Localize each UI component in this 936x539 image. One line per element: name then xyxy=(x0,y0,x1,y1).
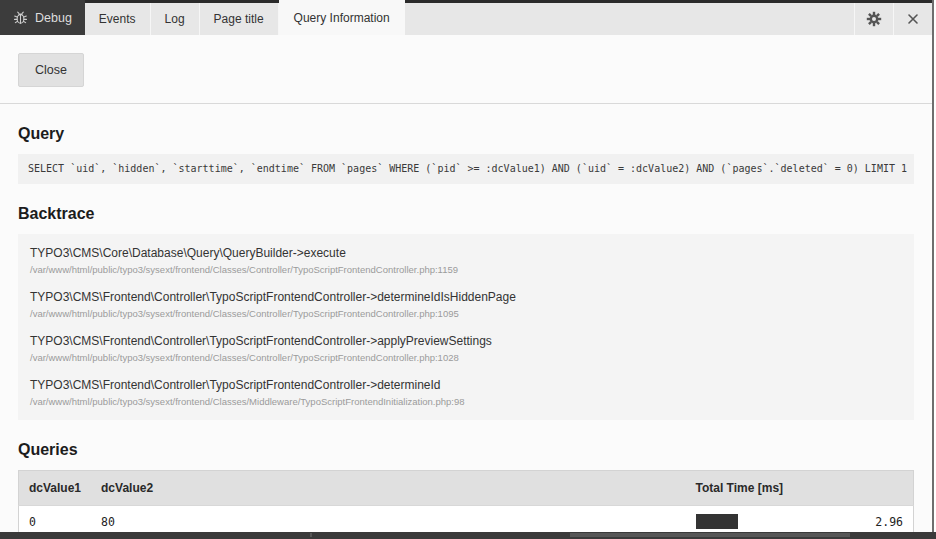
bug-icon xyxy=(13,10,28,25)
tab-page-title[interactable]: Page title xyxy=(200,3,279,35)
tab-log[interactable]: Log xyxy=(151,3,200,35)
topbar-spacer xyxy=(405,0,854,35)
backtrace-function: TYPO3\CMS\Frontend\Controller\TypoScript… xyxy=(30,290,902,305)
column-header-dcvalue2: dcValue2 xyxy=(91,471,685,506)
backtrace-entry: TYPO3\CMS\Frontend\Controller\TypoScript… xyxy=(18,371,914,415)
queries-table-header-row: dcValue1 dcValue2 Total Time [ms] xyxy=(19,471,914,506)
backtrace-heading: Backtrace xyxy=(18,204,914,223)
debug-brand-label: Debug xyxy=(35,11,72,25)
tab-query-information-label: Query Information xyxy=(294,11,390,25)
backtrace-location: /var/www/html/public/typo3/sysext/fronte… xyxy=(30,264,902,276)
backtrace-function: TYPO3\CMS\Core\Database\Query\QueryBuild… xyxy=(30,246,902,261)
queries-table: dcValue1 dcValue2 Total Time [ms] 0 80 2… xyxy=(18,470,914,538)
column-header-dcvalue1: dcValue1 xyxy=(19,471,92,506)
backtrace-function: TYPO3\CMS\Frontend\Controller\TypoScript… xyxy=(30,334,902,349)
tab-events[interactable]: Events xyxy=(85,3,151,35)
tab-query-information[interactable]: Query Information xyxy=(279,0,405,35)
query-information-content: Query SELECT `uid`, `hidden`, `starttime… xyxy=(0,124,932,538)
backtrace-location: /var/www/html/public/typo3/sysext/fronte… xyxy=(30,352,902,364)
toolbar-area: Close xyxy=(0,35,932,103)
bottom-edge-bar xyxy=(0,532,936,539)
tab-events-label: Events xyxy=(99,12,136,26)
toolbar-separator xyxy=(0,103,932,104)
sql-statement: SELECT `uid`, `hidden`, `starttime`, `en… xyxy=(18,154,914,184)
bottom-edge-mark xyxy=(310,533,312,537)
close-button[interactable]: Close xyxy=(18,53,84,87)
backtrace-location: /var/www/html/public/typo3/sysext/fronte… xyxy=(30,308,902,320)
close-icon xyxy=(907,13,919,25)
queries-heading: Queries xyxy=(18,440,914,459)
backtrace-entry: TYPO3\CMS\Frontend\Controller\TypoScript… xyxy=(18,327,914,371)
backtrace-location: /var/www/html/public/typo3/sysext/fronte… xyxy=(30,396,902,408)
column-header-total-time: Total Time [ms] xyxy=(686,471,914,506)
query-heading: Query xyxy=(18,124,914,143)
gear-icon xyxy=(866,11,882,27)
tab-page-title-label: Page title xyxy=(214,12,264,26)
backtrace-function: TYPO3\CMS\Frontend\Controller\TypoScript… xyxy=(30,378,902,393)
bottom-edge-mark xyxy=(570,533,850,537)
query-time-value: 2.96 xyxy=(875,515,903,529)
backtrace-list: TYPO3\CMS\Core\Database\Query\QueryBuild… xyxy=(18,234,914,420)
tab-log-label: Log xyxy=(165,12,185,26)
backtrace-entry: TYPO3\CMS\Frontend\Controller\TypoScript… xyxy=(18,283,914,327)
backtrace-entry: TYPO3\CMS\Core\Database\Query\QueryBuild… xyxy=(18,239,914,283)
debug-brand-tab[interactable]: Debug xyxy=(0,0,85,35)
close-panel-button[interactable] xyxy=(893,3,932,35)
query-time-bar xyxy=(696,514,738,529)
settings-button[interactable] xyxy=(854,3,893,35)
debug-topbar: Debug Events Log Page title Query Inform… xyxy=(0,0,932,35)
debug-panel-window: Debug Events Log Page title Query Inform… xyxy=(0,0,934,532)
